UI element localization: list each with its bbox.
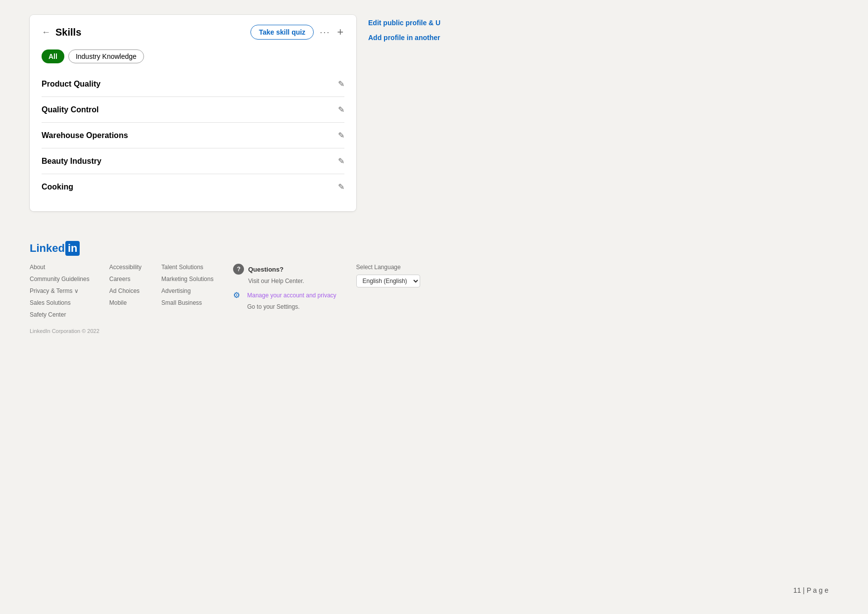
footer-ad-choices[interactable]: Ad Choices — [109, 287, 142, 294]
skills-list: Product Quality✎Quality Control✎Warehous… — [42, 71, 344, 199]
filter-industry-chip[interactable]: Industry Knowledge — [68, 49, 144, 63]
linkedin-logo: Linked in — [30, 241, 838, 256]
sidebar: Edit public profile & U Add profile in a… — [368, 15, 472, 52]
footer-about[interactable]: About — [30, 264, 90, 271]
logo-in-box: in — [65, 241, 80, 256]
edit-profile-link[interactable]: Edit public profile & U — [368, 19, 472, 27]
footer-sales[interactable]: Sales Solutions — [30, 299, 90, 306]
manage-subtitle: Go to your Settings. — [247, 303, 336, 310]
card-actions: Take skill quiz ··· + — [250, 25, 344, 40]
page-title: Skills — [55, 27, 81, 38]
questions-subtitle: Visit our Help Center. — [248, 278, 336, 284]
footer-col-2: Accessibility Careers Ad Choices Mobile — [109, 264, 142, 306]
skill-name: Product Quality — [42, 80, 100, 89]
card-header: ← Skills Take skill quiz ··· + — [42, 25, 344, 40]
language-label: Select Language — [356, 264, 420, 271]
questions-title: Questions? — [248, 266, 284, 273]
footer-marketing[interactable]: Marketing Solutions — [161, 276, 213, 283]
footer-col-1: About Community Guidelines Privacy & Ter… — [30, 264, 90, 318]
footer-community[interactable]: Community Guidelines — [30, 276, 90, 283]
footer-talent[interactable]: Talent Solutions — [161, 264, 213, 271]
skill-name: Warehouse Operations — [42, 131, 128, 140]
skill-row: Product Quality✎ — [42, 71, 344, 97]
logo-linked-text: Linked — [30, 242, 65, 255]
footer-col-3: Talent Solutions Marketing Solutions Adv… — [161, 264, 213, 306]
footer-language: Select Language English (English) — [356, 264, 420, 287]
edit-skill-icon[interactable]: ✎ — [338, 156, 344, 166]
skill-name: Quality Control — [42, 105, 99, 114]
edit-skill-icon[interactable]: ✎ — [338, 79, 344, 89]
page-number: 11 | P a g e — [793, 586, 828, 594]
add-profile-link[interactable]: Add profile in another — [368, 34, 472, 42]
take-quiz-button[interactable]: Take skill quiz — [250, 25, 314, 40]
manage-row: ⚙ Manage your account and privacy — [233, 290, 336, 300]
footer-safety[interactable]: Safety Center — [30, 311, 90, 318]
card-title-area: ← Skills — [42, 27, 81, 38]
footer: Linked in About Community Guidelines Pri… — [30, 231, 838, 334]
gear-icon: ⚙ — [233, 290, 243, 300]
more-options-button[interactable]: ··· — [318, 27, 332, 38]
filter-all-chip[interactable]: All — [42, 49, 64, 63]
footer-accessibility[interactable]: Accessibility — [109, 264, 142, 271]
language-select[interactable]: English (English) — [356, 275, 420, 287]
edit-skill-icon[interactable]: ✎ — [338, 182, 344, 191]
skill-row: Beauty Industry✎ — [42, 148, 344, 174]
manage-account-link[interactable]: Manage your account and privacy — [247, 292, 336, 299]
back-arrow-icon[interactable]: ← — [42, 28, 50, 37]
footer-copyright: LinkedIn Corporation © 2022 — [30, 328, 838, 334]
skills-card: ← Skills Take skill quiz ··· + All Indus… — [30, 15, 356, 211]
edit-skill-icon[interactable]: ✎ — [338, 131, 344, 140]
question-icon: ? — [233, 264, 244, 275]
skill-name: Beauty Industry — [42, 157, 101, 166]
skill-row: Cooking✎ — [42, 174, 344, 199]
footer-advertising[interactable]: Advertising — [161, 287, 213, 294]
edit-skill-icon[interactable]: ✎ — [338, 105, 344, 114]
filter-chips: All Industry Knowledge — [42, 49, 344, 63]
add-skill-button[interactable]: + — [336, 26, 344, 39]
skill-name: Cooking — [42, 183, 73, 191]
footer-mobile[interactable]: Mobile — [109, 299, 142, 306]
footer-careers[interactable]: Careers — [109, 276, 142, 283]
questions-row: ? Questions? — [233, 264, 336, 275]
skill-row: Warehouse Operations✎ — [42, 123, 344, 148]
footer-small-biz[interactable]: Small Business — [161, 299, 213, 306]
footer-privacy[interactable]: Privacy & Terms ∨ — [30, 287, 90, 294]
footer-questions: ? Questions? Visit our Help Center. ⚙ Ma… — [233, 264, 336, 310]
footer-columns: About Community Guidelines Privacy & Ter… — [30, 264, 838, 318]
skill-row: Quality Control✎ — [42, 97, 344, 123]
